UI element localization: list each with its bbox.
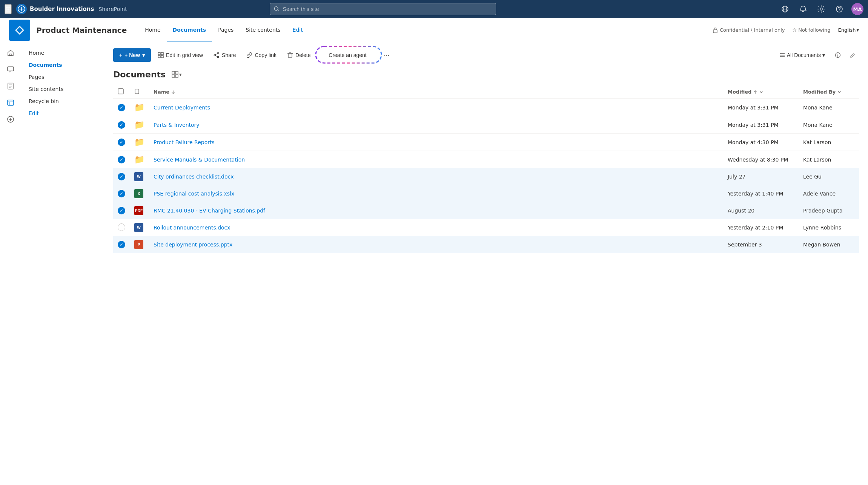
- share-row-button[interactable]: [697, 241, 706, 249]
- all-documents-button[interactable]: All Documents ▾: [776, 50, 829, 60]
- row-checkbox-checked[interactable]: ✓: [118, 121, 125, 129]
- share-button[interactable]: Share: [210, 48, 240, 62]
- language-btn[interactable]: English ▾: [838, 27, 859, 33]
- row-checkbox-checked[interactable]: ✓: [118, 241, 125, 248]
- sidebar-item-home[interactable]: Home: [21, 47, 104, 59]
- name-cell[interactable]: Rollout announcements.docx: [149, 219, 693, 236]
- sidebar-item-recyclebin[interactable]: Recycle bin: [21, 95, 104, 107]
- share-row-button[interactable]: [697, 190, 706, 198]
- row-checkbox-checked[interactable]: ✓: [118, 190, 125, 197]
- select-all-header[interactable]: [113, 85, 130, 99]
- name-cell[interactable]: City ordinances checklist.docx: [149, 168, 693, 185]
- check-cell[interactable]: ✓: [113, 116, 130, 134]
- user-avatar[interactable]: MA: [851, 3, 863, 15]
- svg-line-90: [701, 243, 702, 244]
- row-checkbox-checked[interactable]: ✓: [118, 156, 125, 163]
- row-checkbox-checked[interactable]: ✓: [118, 139, 125, 146]
- more-row-button[interactable]: ⋮: [707, 224, 715, 231]
- waffle-menu-icon[interactable]: ⊞: [5, 4, 12, 14]
- not-following-btn[interactable]: ☆ Not following: [793, 27, 831, 33]
- share-row-button[interactable]: [697, 121, 706, 129]
- pages-sidebar-icon[interactable]: [3, 79, 18, 94]
- more-row-button[interactable]: ⋮: [707, 241, 715, 248]
- edit-grid-button[interactable]: Edit in grid view: [154, 48, 207, 62]
- file-link[interactable]: City ordinances checklist.docx: [154, 174, 234, 180]
- create-agent-button[interactable]: Create an agent: [318, 48, 378, 62]
- modified-column-header[interactable]: Modified: [723, 85, 799, 99]
- file-link[interactable]: Rollout announcements.docx: [154, 225, 230, 231]
- share-row-button[interactable]: [697, 103, 706, 111]
- file-link[interactable]: Site deployment process.pptx: [154, 242, 232, 248]
- add-sidebar-icon[interactable]: [3, 112, 18, 127]
- notifications-icon[interactable]: [797, 3, 809, 15]
- help-icon[interactable]: [833, 3, 845, 15]
- nav-home[interactable]: Home: [139, 18, 166, 42]
- search-input[interactable]: [283, 6, 492, 12]
- home-sidebar-icon[interactable]: [3, 45, 18, 60]
- name-cell[interactable]: Parts & Inventory: [149, 116, 693, 134]
- chat-sidebar-icon[interactable]: [3, 62, 18, 77]
- share-row-button[interactable]: [697, 173, 706, 181]
- new-button[interactable]: + + New ▾: [113, 48, 151, 62]
- name-cell[interactable]: Current Deployments: [149, 99, 693, 116]
- more-row-button[interactable]: ⋮: [707, 104, 715, 111]
- check-cell[interactable]: ✓: [113, 185, 130, 202]
- row-checkbox-checked[interactable]: ✓: [118, 173, 125, 180]
- name-cell[interactable]: Service Manuals & Documentation: [149, 151, 693, 168]
- search-box[interactable]: [270, 3, 496, 15]
- nav-sitecontents[interactable]: Site contents: [240, 18, 286, 42]
- nav-pages[interactable]: Pages: [212, 18, 240, 42]
- copy-link-button[interactable]: Copy link: [243, 48, 280, 62]
- filetype-cell: W: [130, 168, 149, 185]
- svg-rect-23: [161, 52, 163, 55]
- name-cell[interactable]: Product Failure Reports: [149, 134, 693, 151]
- name-column-header[interactable]: Name: [149, 85, 693, 99]
- name-cell[interactable]: PSE regional cost analysis.xslx: [149, 185, 693, 202]
- check-cell[interactable]: ✓: [113, 134, 130, 151]
- row-checkbox-checked[interactable]: ✓: [118, 104, 125, 111]
- file-link[interactable]: Parts & Inventory: [154, 122, 200, 128]
- check-cell[interactable]: ✓: [113, 168, 130, 185]
- settings-icon[interactable]: [815, 3, 827, 15]
- share-row-button[interactable]: [697, 207, 706, 215]
- more-row-button[interactable]: ⋮: [707, 156, 715, 163]
- share-row-button[interactable]: [697, 156, 706, 163]
- delete-button[interactable]: Delete: [283, 48, 314, 62]
- svg-point-8: [839, 11, 840, 11]
- more-row-button[interactable]: ⋮: [707, 190, 715, 197]
- nav-documents[interactable]: Documents: [167, 18, 212, 42]
- share-row-button[interactable]: [697, 138, 706, 146]
- check-cell[interactable]: ✓: [113, 236, 130, 253]
- sidebar-item-pages[interactable]: Pages: [21, 71, 104, 83]
- name-cell[interactable]: Site deployment process.pptx: [149, 236, 693, 253]
- file-link[interactable]: PSE regional cost analysis.xslx: [154, 191, 234, 197]
- check-cell[interactable]: ✓: [113, 99, 130, 116]
- more-row-button[interactable]: ⋮: [707, 121, 715, 128]
- sidebar-item-sitecontents[interactable]: Site contents: [21, 83, 104, 95]
- check-cell[interactable]: ✓: [113, 202, 130, 219]
- list-sidebar-icon[interactable]: [3, 95, 18, 110]
- more-options-button[interactable]: ···: [381, 50, 393, 61]
- more-row-button[interactable]: ⋮: [707, 207, 715, 214]
- check-cell[interactable]: ✓: [113, 151, 130, 168]
- more-row-button[interactable]: ⋮: [707, 173, 715, 180]
- svg-rect-11: [8, 67, 14, 71]
- share-row-button[interactable]: [697, 224, 706, 232]
- sidebar-item-edit[interactable]: Edit: [21, 107, 104, 119]
- info-button[interactable]: [832, 48, 844, 62]
- more-row-button[interactable]: ⋮: [707, 139, 715, 146]
- nav-edit[interactable]: Edit: [287, 18, 309, 42]
- row-checkbox-checked[interactable]: ✓: [118, 207, 125, 214]
- sidebar-item-documents[interactable]: Documents: [21, 59, 104, 71]
- check-cell[interactable]: [113, 219, 130, 236]
- modifiedby-column-header[interactable]: Modified By: [799, 85, 859, 99]
- globe-icon[interactable]: [779, 3, 791, 15]
- edit-view-button[interactable]: [847, 48, 859, 62]
- row-checkbox[interactable]: [118, 223, 125, 231]
- file-link[interactable]: RMC 21.40.030 - EV Charging Stations.pdf: [154, 208, 265, 214]
- name-cell[interactable]: RMC 21.40.030 - EV Charging Stations.pdf: [149, 202, 693, 219]
- file-link[interactable]: Service Manuals & Documentation: [154, 157, 245, 163]
- file-link[interactable]: Current Deployments: [154, 105, 210, 111]
- file-link[interactable]: Product Failure Reports: [154, 139, 215, 145]
- view-selector-button[interactable]: ▾: [169, 69, 185, 79]
